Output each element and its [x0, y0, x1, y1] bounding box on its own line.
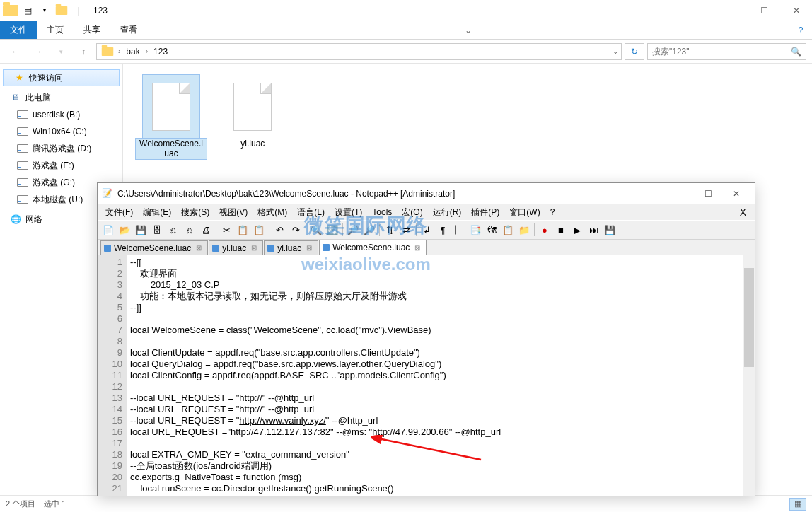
menu-plugins[interactable]: 插件(P): [466, 206, 504, 219]
breadcrumb-item[interactable]: 123: [151, 47, 170, 57]
ribbon-help-icon[interactable]: ?: [789, 21, 812, 39]
drive-icon: [17, 109, 28, 120]
vertical-scrollbar[interactable]: [743, 255, 755, 496]
wordwrap-icon[interactable]: ↲: [419, 222, 434, 238]
all-chars-icon[interactable]: ¶: [435, 222, 451, 238]
doc-map-icon[interactable]: 🗺: [484, 222, 499, 238]
editor-tab[interactable]: yl.luac⊠: [264, 240, 318, 255]
ribbon-file-tab[interactable]: 文件: [0, 21, 37, 39]
sidebar-this-pc[interactable]: 🖥此电脑: [0, 89, 122, 106]
refresh-button[interactable]: ↻: [625, 43, 644, 60]
tab-close-icon[interactable]: ⊠: [306, 244, 312, 252]
sidebar-drive[interactable]: Win10x64 (C:): [0, 123, 122, 140]
zoom-in-icon[interactable]: 🔎: [345, 222, 361, 238]
close-file-icon[interactable]: ⎌: [166, 222, 181, 238]
search-icon[interactable]: 🔍: [791, 47, 801, 57]
chevron-right-icon[interactable]: ›: [146, 47, 148, 55]
file-item[interactable]: WelcomeScene.luac: [136, 75, 207, 159]
close-button[interactable]: ✕: [780, 0, 812, 21]
menu-run[interactable]: 运行(R): [428, 206, 467, 219]
chevron-right-icon[interactable]: ›: [118, 47, 120, 55]
close-all-icon[interactable]: ⎌: [182, 222, 197, 238]
paste-icon[interactable]: 📋: [251, 222, 267, 238]
sidebar-drive[interactable]: userdisk (B:): [0, 106, 122, 123]
replace-icon[interactable]: 🔄: [325, 222, 340, 238]
lang-icon[interactable]: 📑: [468, 222, 483, 238]
tab-close-icon[interactable]: ⊠: [196, 244, 202, 252]
nav-back-button[interactable]: ←: [6, 42, 25, 61]
sidebar-quick-access[interactable]: ★快速访问: [3, 69, 120, 86]
sync-v-icon[interactable]: ⇅: [382, 222, 398, 238]
doc-close-button[interactable]: X: [734, 206, 752, 218]
cut-icon[interactable]: ✂: [219, 222, 234, 238]
menu-language[interactable]: 语言(L): [292, 206, 330, 219]
code-content[interactable]: --[[ 欢迎界面 2015_12_03 C.P 功能：本地版本记录读取，如无记…: [127, 255, 743, 496]
ribbon-share-tab[interactable]: 共享: [74, 21, 110, 39]
nav-history-button[interactable]: ▾: [51, 42, 71, 61]
record-macro-icon[interactable]: ●: [537, 222, 552, 238]
menu-edit[interactable]: 编辑(E): [138, 206, 176, 219]
stop-macro-icon[interactable]: ■: [553, 222, 569, 238]
tab-label: yl.luac: [222, 243, 246, 253]
folder-icon[interactable]: 📁: [516, 222, 532, 238]
scrollbar-thumb[interactable]: [744, 268, 754, 367]
qat-properties-icon[interactable]: ▤: [20, 3, 35, 18]
drive-icon: [17, 194, 28, 205]
maximize-button[interactable]: ☐: [748, 0, 780, 21]
nav-forward-button[interactable]: →: [28, 42, 48, 61]
menu-file[interactable]: 文件(F): [100, 206, 138, 219]
address-box[interactable]: › bak › 123 ⌄: [96, 43, 622, 60]
menu-help[interactable]: ?: [545, 207, 560, 217]
menu-view[interactable]: 视图(V): [214, 206, 253, 219]
sidebar-drive[interactable]: 游戏盘 (E:): [0, 157, 122, 174]
func-list-icon[interactable]: 📋: [500, 222, 516, 238]
sidebar-drive[interactable]: 腾讯游戏盘 (D:): [0, 140, 122, 157]
new-file-icon[interactable]: 📄: [100, 222, 116, 238]
open-file-icon[interactable]: 📂: [117, 222, 132, 238]
qat-dropdown-icon[interactable]: ▾: [37, 3, 52, 18]
play-macro-icon[interactable]: ▶: [569, 222, 585, 238]
editor-tab-active[interactable]: WelcomeScene.luac⊠: [319, 240, 427, 255]
undo-icon[interactable]: ↶: [272, 222, 287, 238]
find-icon[interactable]: 🔍: [308, 222, 324, 238]
ribbon-view-tab[interactable]: 查看: [110, 21, 147, 39]
tab-close-icon[interactable]: ⊠: [251, 244, 257, 252]
tab-close-icon[interactable]: ⊠: [414, 244, 420, 252]
menu-settings[interactable]: 设置(T): [330, 206, 367, 219]
search-input[interactable]: [652, 47, 791, 57]
breadcrumb-item[interactable]: bak: [123, 47, 142, 57]
star-icon: ★: [13, 72, 25, 83]
save-all-icon[interactable]: 🗄: [149, 222, 165, 238]
save-macro-icon[interactable]: 💾: [602, 222, 617, 238]
editor-tab[interactable]: yl.luac⊠: [209, 240, 263, 255]
editor-area[interactable]: 1234567891011121314151617181920212223 --…: [98, 255, 755, 496]
minimize-button[interactable]: ─: [717, 0, 748, 21]
file-unsaved-icon: [267, 245, 274, 252]
menu-search[interactable]: 搜索(S): [176, 206, 214, 219]
menu-window[interactable]: 窗口(W): [504, 206, 545, 219]
menu-tools[interactable]: Tools: [367, 207, 397, 217]
nav-up-button[interactable]: ↑: [74, 42, 93, 61]
copy-icon[interactable]: 📋: [235, 222, 250, 238]
minimize-button[interactable]: ─: [666, 184, 694, 204]
zoom-out-icon[interactable]: 🔎: [361, 222, 377, 238]
editor-tab[interactable]: WelcomeScene.luac⊠: [100, 240, 208, 255]
redo-icon[interactable]: ↷: [288, 222, 303, 238]
search-box[interactable]: 🔍: [647, 43, 806, 60]
address-dropdown-icon[interactable]: ⌄: [613, 47, 618, 55]
ribbon-expand-icon[interactable]: ⌄: [457, 21, 480, 39]
sync-h-icon[interactable]: ⇄: [398, 222, 414, 238]
save-icon[interactable]: 💾: [133, 222, 149, 238]
play-multi-icon[interactable]: ⏭: [586, 222, 601, 238]
menu-format[interactable]: 格式(M): [253, 206, 292, 219]
menu-macro[interactable]: 宏(O): [397, 206, 427, 219]
print-icon[interactable]: 🖨: [198, 222, 214, 238]
close-button[interactable]: ✕: [722, 184, 750, 204]
ribbon-home-tab[interactable]: 主页: [37, 21, 74, 39]
indent-guide-icon[interactable]: ⎸: [451, 222, 467, 238]
details-view-button[interactable]: ☰: [764, 498, 781, 511]
address-bar: ← → ▾ ↑ › bak › 123 ⌄ ↻ 🔍: [0, 40, 812, 64]
maximize-button[interactable]: ☐: [694, 184, 722, 204]
file-item[interactable]: yl.luac: [217, 75, 288, 149]
icons-view-button[interactable]: ▦: [789, 498, 806, 511]
